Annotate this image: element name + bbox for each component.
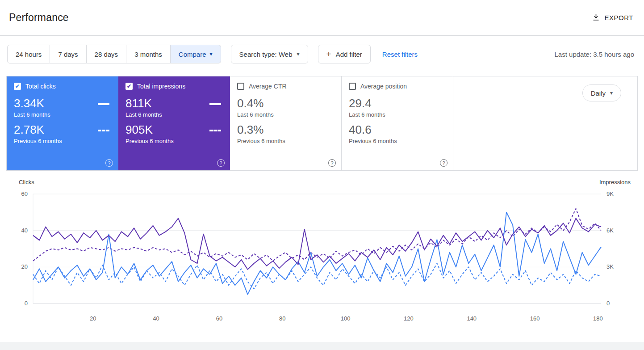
metric-current-value: 0.4% [237,97,274,110]
dashed-line-icon [209,130,221,131]
metric-current-period: Last 6 months [14,111,50,118]
svg-text:3K: 3K [606,263,614,270]
metric-label: Average CTR [249,83,287,90]
metric-previous-period: Previous 6 months [125,138,174,144]
metric-cards-strip: ✔ Total clicks 3.34K Last 6 months 2.78K… [6,76,638,171]
metric-current-period: Last 6 months [349,111,385,118]
svg-text:20: 20 [21,263,28,270]
page-title: Performance [9,12,69,24]
page-header: Performance EXPORT [0,0,644,36]
metric-label: Total impressions [137,83,185,90]
svg-text:40: 40 [21,227,28,234]
range-24-hours-button[interactable]: 24 hours [7,45,50,63]
help-icon[interactable]: ? [217,159,225,167]
granularity-label: Daily [591,89,606,97]
svg-text:180: 180 [593,315,603,322]
metric-current-value: 811K [125,97,162,110]
dashed-line-icon [98,130,109,131]
metric-current-period: Last 6 months [237,111,274,118]
range-7-days-button[interactable]: 7 days [50,45,86,63]
page-footer-strip [0,342,644,350]
performance-chart[interactable]: 020406003K6K9K20406080100120140160180Cli… [7,176,637,326]
metric-label: Average position [360,83,407,90]
chart-canvas[interactable]: 020406003K6K9K20406080100120140160180Cli… [7,176,632,325]
total-impressions-checkbox[interactable]: ✔ [125,83,133,90]
export-button[interactable]: EXPORT [592,13,633,23]
metric-previous-period: Previous 6 months [14,138,62,144]
metric-current-value: 29.4 [349,97,385,110]
range-28-days-button[interactable]: 28 days [87,45,127,63]
svg-text:0: 0 [606,300,610,307]
metric-current-period: Last 6 months [125,111,162,118]
solid-line-icon [209,103,221,105]
svg-text:160: 160 [530,315,540,322]
svg-text:Clicks: Clicks [19,179,34,186]
svg-text:20: 20 [90,315,96,322]
metric-label: Total clicks [25,83,56,90]
metric-previous-period: Previous 6 months [349,138,397,144]
download-icon [592,13,600,23]
search-type-button[interactable]: Search type: Web ▾ [231,45,308,63]
metric-previous-value: 40.6 [349,123,397,137]
solid-line-icon [98,103,109,105]
add-filter-label: Add filter [336,51,362,58]
chart-controls-area: Daily ▾ [453,76,637,170]
svg-text:40: 40 [153,315,159,322]
metric-current-value: 3.34K [14,97,50,110]
metric-previous-value: 905K [125,123,174,137]
chevron-down-icon: ▾ [210,51,213,57]
range-3-months-button[interactable]: 3 months [126,45,171,63]
performance-page: Performance EXPORT 24 hours 7 days 28 da… [0,0,644,342]
total-clicks-card[interactable]: ✔ Total clicks 3.34K Last 6 months 2.78K… [7,76,118,170]
metric-previous-value: 2.78K [14,123,62,137]
reset-filters-link[interactable]: Reset filters [382,51,418,58]
svg-text:100: 100 [341,315,351,322]
export-label: EXPORT [605,14,633,21]
svg-text:Impressions: Impressions [599,179,631,186]
chevron-down-icon: ▾ [297,51,300,57]
filter-toolbar: 24 hours 7 days 28 days 3 months Compare… [7,45,637,63]
add-filter-button[interactable]: + Add filter [318,45,371,63]
compare-label: Compare [179,51,206,58]
help-icon[interactable]: ? [105,159,113,167]
total-impressions-card[interactable]: ✔ Total impressions 811K Last 6 months 9… [118,76,230,170]
plus-icon: + [326,49,331,59]
granularity-dropdown[interactable]: Daily ▾ [582,84,621,101]
search-type-label: Search type: Web [239,51,293,58]
last-update-text: Last update: 3.5 hours ago [555,51,637,58]
chevron-down-icon: ▾ [610,90,613,96]
date-range-group: 24 hours 7 days 28 days 3 months Compare… [7,45,221,63]
average-position-checkbox[interactable] [349,83,356,90]
metric-previous-value: 0.3% [237,123,285,137]
svg-text:60: 60 [216,315,222,322]
svg-text:120: 120 [404,315,414,322]
svg-text:0: 0 [25,300,28,307]
compare-button[interactable]: Compare ▾ [171,45,221,63]
help-icon[interactable]: ? [328,159,336,167]
svg-text:6K: 6K [606,227,614,234]
total-clicks-checkbox[interactable]: ✔ [14,83,21,90]
svg-text:80: 80 [279,315,285,322]
svg-text:9K: 9K [606,190,614,197]
svg-text:140: 140 [467,315,477,322]
help-icon[interactable]: ? [440,159,447,167]
svg-text:60: 60 [21,190,28,197]
average-position-card[interactable]: Average position 29.4 Last 6 months 40.6… [342,76,453,170]
metric-previous-period: Previous 6 months [237,138,285,144]
average-ctr-card[interactable]: Average CTR 0.4% Last 6 months 0.3% Prev… [230,76,342,170]
average-ctr-checkbox[interactable] [237,83,244,90]
